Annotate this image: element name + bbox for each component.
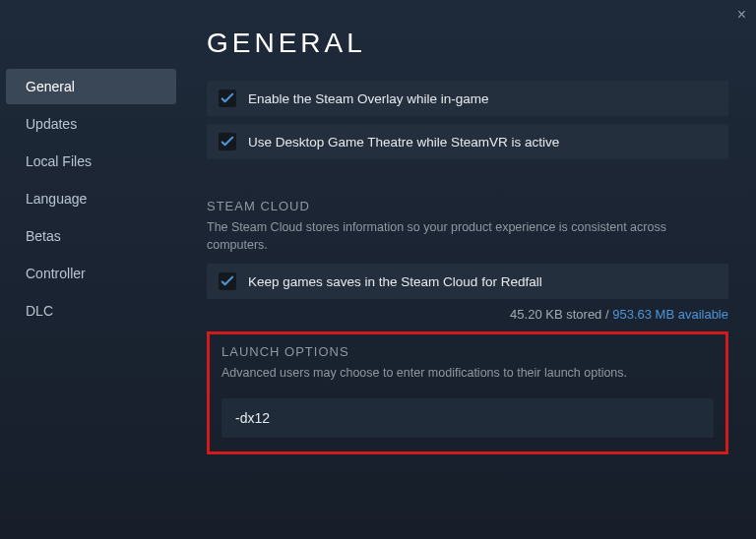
close-button[interactable]: × xyxy=(737,6,746,24)
page-title: GENERAL xyxy=(207,28,728,59)
option-label: Keep games saves in the Steam Cloud for … xyxy=(248,274,542,289)
sidebar-item-local-files[interactable]: Local Files xyxy=(6,144,176,179)
checkbox-theatre[interactable] xyxy=(219,133,236,150)
check-icon xyxy=(220,274,234,288)
sidebar-item-label: Controller xyxy=(26,266,86,281)
sidebar: General Updates Local Files Language Bet… xyxy=(0,0,182,539)
content-panel: GENERAL Enable the Steam Overlay while i… xyxy=(182,0,756,539)
cloud-storage-line: 45.20 KB stored / 953.63 MB available xyxy=(207,307,728,322)
storage-used: 45.20 KB stored xyxy=(510,307,601,322)
sidebar-item-betas[interactable]: Betas xyxy=(6,218,176,254)
check-icon xyxy=(220,91,234,105)
properties-window: General Updates Local Files Language Bet… xyxy=(0,0,756,539)
launch-options-input[interactable] xyxy=(221,398,714,438)
section-header-cloud: STEAM CLOUD xyxy=(207,199,728,213)
sidebar-item-label: Local Files xyxy=(26,153,92,169)
sidebar-item-label: Betas xyxy=(26,228,61,244)
sidebar-item-label: General xyxy=(26,79,75,94)
sidebar-item-controller[interactable]: Controller xyxy=(6,256,176,291)
storage-separator: / xyxy=(601,307,612,322)
option-theatre[interactable]: Use Desktop Game Theatre while SteamVR i… xyxy=(207,124,728,159)
option-cloud-save[interactable]: Keep games saves in the Steam Cloud for … xyxy=(207,264,728,299)
checkbox-overlay[interactable] xyxy=(219,90,236,107)
sidebar-item-dlc[interactable]: DLC xyxy=(6,293,176,329)
sidebar-item-label: DLC xyxy=(26,303,53,319)
storage-available-link[interactable]: 953.63 MB available xyxy=(612,307,728,322)
option-overlay[interactable]: Enable the Steam Overlay while in-game xyxy=(207,81,728,116)
section-header-launch: LAUNCH OPTIONS xyxy=(221,344,714,359)
sidebar-item-updates[interactable]: Updates xyxy=(6,106,176,142)
launch-options-highlight: LAUNCH OPTIONS Advanced users may choose… xyxy=(207,331,728,454)
sidebar-item-label: Updates xyxy=(26,116,77,132)
option-label: Use Desktop Game Theatre while SteamVR i… xyxy=(248,135,559,150)
option-label: Enable the Steam Overlay while in-game xyxy=(248,91,489,106)
check-icon xyxy=(220,135,234,149)
sidebar-item-language[interactable]: Language xyxy=(6,181,176,216)
sidebar-item-general[interactable]: General xyxy=(6,69,176,104)
checkbox-cloud-save[interactable] xyxy=(219,272,236,290)
section-desc-cloud: The Steam Cloud stores information so yo… xyxy=(207,219,728,254)
sidebar-item-label: Language xyxy=(26,191,87,207)
section-desc-launch: Advanced users may choose to enter modif… xyxy=(221,365,714,383)
